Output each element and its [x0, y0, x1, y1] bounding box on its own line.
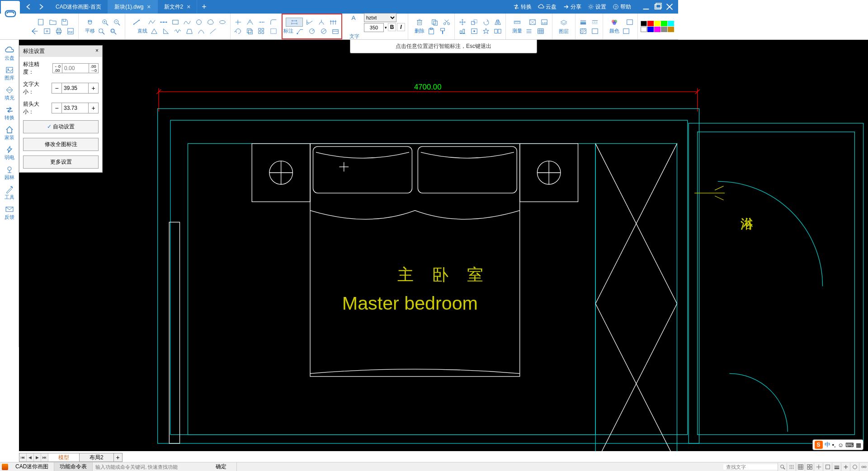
ellipse-icon[interactable]	[217, 18, 227, 27]
arc-icon[interactable]	[196, 27, 206, 36]
undo-icon[interactable]	[25, 3, 33, 11]
table-icon[interactable]	[536, 27, 546, 36]
measure-icon[interactable]	[509, 18, 526, 27]
gradient-icon[interactable]	[590, 27, 600, 36]
zoom-out-icon[interactable]	[112, 18, 122, 27]
convert-button[interactable]: 转换	[513, 3, 532, 11]
linetype-icon[interactable]	[590, 18, 600, 27]
close-icon[interactable]: ×	[95, 47, 99, 55]
rotate-icon[interactable]	[233, 27, 243, 36]
dim-diameter-icon[interactable]	[319, 27, 329, 36]
polyline-icon[interactable]	[147, 18, 157, 27]
copy-icon[interactable]	[430, 18, 440, 27]
add-tab-button[interactable]: +	[197, 0, 211, 14]
print-icon[interactable]	[54, 27, 64, 36]
dock-home[interactable]: 家装	[0, 124, 19, 143]
paste-icon[interactable]	[426, 27, 436, 36]
list-icon[interactable]	[524, 27, 534, 36]
trapezoid-icon[interactable]	[184, 27, 194, 36]
group-icon[interactable]	[493, 27, 503, 36]
dock-fill[interactable]: 填充	[0, 84, 19, 103]
fontsize-input[interactable]	[364, 23, 384, 32]
circle-icon[interactable]	[194, 18, 204, 27]
format-paint-icon[interactable]	[438, 27, 448, 36]
precision-decrease[interactable]: ←0.00	[52, 63, 62, 73]
dock-cloud[interactable]: 云盘	[0, 44, 19, 63]
move-icon[interactable]	[458, 18, 467, 27]
dim-arc-icon[interactable]	[316, 18, 326, 27]
dock-garden[interactable]: 园林	[0, 164, 19, 183]
maximize-button[interactable]	[654, 3, 662, 11]
close-icon[interactable]: ×	[147, 3, 151, 10]
minimize-button[interactable]	[642, 3, 650, 11]
import-icon[interactable]	[30, 27, 40, 36]
arrowsize-increase[interactable]: +	[88, 103, 98, 113]
scale-icon[interactable]	[469, 18, 479, 27]
area-icon[interactable]	[528, 18, 538, 27]
rotate90-icon[interactable]	[481, 18, 491, 27]
revcloud-icon[interactable]	[206, 18, 216, 27]
auto-settings-button[interactable]: 自动设置	[23, 120, 99, 133]
open-file-icon[interactable]	[48, 18, 58, 27]
dim-aligned-icon[interactable]	[328, 18, 338, 27]
array-icon[interactable]	[257, 27, 267, 36]
pdf-icon[interactable]: PDF	[66, 27, 75, 36]
delete-icon[interactable]	[411, 18, 428, 27]
modify-all-button[interactable]: 修改全图标注	[23, 138, 99, 151]
pan-icon[interactable]	[81, 18, 99, 27]
color-swatches[interactable]	[641, 21, 674, 32]
block-icon[interactable]	[469, 27, 479, 36]
new-file-icon[interactable]	[36, 18, 46, 27]
dim-leader-icon[interactable]	[295, 27, 305, 36]
zoom-window-icon[interactable]	[108, 27, 118, 36]
tab-file-2[interactable]: 新文件2×	[158, 0, 198, 14]
dock-feedback[interactable]: 反馈	[0, 203, 19, 222]
mirror-icon[interactable]	[493, 18, 503, 27]
dock-convert[interactable]: 转换	[0, 104, 19, 123]
count-icon[interactable]: 123	[539, 18, 549, 27]
diagonal-icon[interactable]	[208, 27, 218, 36]
help-button[interactable]: ?帮助	[613, 3, 631, 11]
more-settings-button[interactable]: 更多设置	[23, 155, 99, 169]
font-select[interactable]: hztxt	[364, 13, 396, 22]
select-similar-icon[interactable]	[269, 27, 278, 36]
extend-icon[interactable]	[245, 18, 255, 27]
zoom-extents-icon[interactable]	[97, 27, 107, 36]
layer-icon[interactable]	[555, 18, 572, 27]
fontsize-decrease[interactable]: −	[52, 83, 62, 93]
spline-icon[interactable]	[182, 18, 192, 27]
break-icon[interactable]	[257, 18, 267, 27]
tab-file-1[interactable]: 新块(1).dwg×	[108, 0, 157, 14]
italic-button[interactable]: I	[397, 23, 405, 31]
fontsize-increase[interactable]: +	[88, 83, 98, 93]
app-logo[interactable]	[1, 1, 20, 26]
fillet-icon[interactable]	[269, 18, 278, 27]
dim-radius-icon[interactable]	[307, 27, 317, 36]
fontsize-input[interactable]	[62, 83, 88, 93]
triangle-icon[interactable]	[149, 27, 159, 36]
dropdown-icon[interactable]: ▾	[385, 25, 387, 30]
lineweight-icon[interactable]	[578, 18, 588, 27]
dim-settings-icon[interactable]	[330, 27, 340, 36]
dock-electric[interactable]: 弱电	[0, 144, 19, 163]
export-icon[interactable]	[42, 27, 52, 36]
dim-angular-icon[interactable]	[305, 18, 315, 27]
settings-button[interactable]: 设置	[588, 3, 606, 11]
dim-linear-icon[interactable]	[286, 18, 303, 27]
redo-icon[interactable]	[37, 3, 45, 11]
drawing-canvas[interactable]: 点击任意位置进行智能标注，Esc键退出 4700.00	[19, 40, 678, 367]
precision-increase[interactable]: .00→0	[89, 63, 99, 73]
right-triangle-icon[interactable]	[161, 27, 171, 36]
save-file-icon[interactable]	[60, 18, 70, 27]
cloud-button[interactable]: 云盘	[538, 3, 557, 11]
bold-button[interactable]: B	[388, 23, 396, 31]
trim-icon[interactable]	[233, 18, 243, 27]
zigzag-icon[interactable]	[173, 27, 183, 36]
more-color-icon[interactable]	[621, 27, 631, 36]
bylayer-icon[interactable]	[625, 18, 635, 27]
close-icon[interactable]: ×	[187, 3, 190, 10]
line-icon[interactable]	[128, 18, 145, 27]
share-button[interactable]: 分享	[563, 3, 581, 11]
color-icon[interactable]	[606, 18, 623, 27]
arrowsize-decrease[interactable]: −	[52, 103, 62, 113]
